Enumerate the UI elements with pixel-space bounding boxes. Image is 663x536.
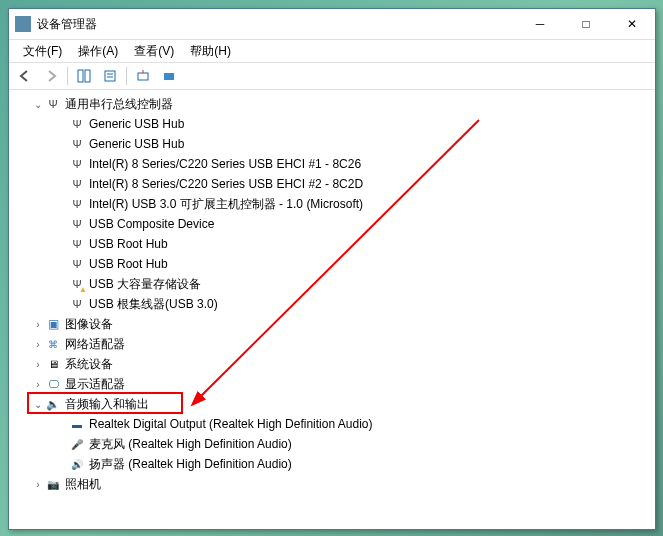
- menu-view[interactable]: 查看(V): [126, 41, 182, 62]
- microphone-icon: [69, 436, 85, 452]
- show-hide-button[interactable]: [72, 64, 96, 88]
- expand-icon[interactable]: ›: [31, 379, 45, 390]
- usb-icon: [69, 256, 85, 272]
- expand-icon[interactable]: ›: [31, 339, 45, 350]
- category-label: 通用串行总线控制器: [65, 96, 173, 113]
- category-label: 音频输入和输出: [65, 396, 149, 413]
- collapse-icon[interactable]: ⌄: [31, 99, 45, 110]
- svg-rect-5: [138, 73, 148, 80]
- device-item[interactable]: Realtek Digital Output (Realtek High Def…: [9, 414, 655, 434]
- speaker-icon: [69, 456, 85, 472]
- category-imaging[interactable]: › 图像设备: [9, 314, 655, 334]
- device-item-warning[interactable]: USB 大容量存储设备: [9, 274, 655, 294]
- separator: [67, 67, 68, 85]
- expand-icon[interactable]: ›: [31, 319, 45, 330]
- system-icon: [45, 356, 61, 372]
- category-system[interactable]: › 系统设备: [9, 354, 655, 374]
- device-manager-window: 设备管理器 ─ □ ✕ 文件(F) 操作(A) 查看(V) 帮助(H): [8, 8, 656, 530]
- close-button[interactable]: ✕: [609, 9, 655, 39]
- usb-icon: [69, 136, 85, 152]
- category-label: 系统设备: [65, 356, 113, 373]
- usb-icon: [69, 176, 85, 192]
- menu-action[interactable]: 操作(A): [70, 41, 126, 62]
- device-item[interactable]: 麦克风 (Realtek High Definition Audio): [9, 434, 655, 454]
- collapse-icon[interactable]: ⌄: [31, 399, 45, 410]
- imaging-icon: [45, 316, 61, 332]
- display-icon: [45, 376, 61, 392]
- app-icon: [15, 16, 31, 32]
- usb-warning-icon: [69, 276, 85, 292]
- titlebar[interactable]: 设备管理器 ─ □ ✕: [9, 9, 655, 40]
- device-item[interactable]: USB Root Hub: [9, 254, 655, 274]
- device-item[interactable]: Intel(R) 8 Series/C220 Series USB EHCI #…: [9, 154, 655, 174]
- device-item[interactable]: Generic USB Hub: [9, 134, 655, 154]
- device-item[interactable]: Intel(R) 8 Series/C220 Series USB EHCI #…: [9, 174, 655, 194]
- usb-icon: [69, 156, 85, 172]
- category-label: 图像设备: [65, 316, 113, 333]
- properties-button[interactable]: [98, 64, 122, 88]
- separator: [126, 67, 127, 85]
- minimize-button[interactable]: ─: [517, 9, 563, 39]
- category-camera[interactable]: › 照相机: [9, 474, 655, 494]
- expand-icon[interactable]: ›: [31, 479, 45, 490]
- svg-rect-0: [78, 70, 83, 82]
- category-label: 显示适配器: [65, 376, 125, 393]
- forward-button[interactable]: [39, 64, 63, 88]
- help-button[interactable]: [157, 64, 181, 88]
- usb-icon: [69, 216, 85, 232]
- device-item[interactable]: Generic USB Hub: [9, 114, 655, 134]
- category-label: 照相机: [65, 476, 101, 493]
- svg-rect-6: [164, 73, 174, 80]
- usb-icon: [69, 116, 85, 132]
- device-item[interactable]: 扬声器 (Realtek High Definition Audio): [9, 454, 655, 474]
- category-network[interactable]: › 网络适配器: [9, 334, 655, 354]
- device-item[interactable]: Intel(R) USB 3.0 可扩展主机控制器 - 1.0 (Microso…: [9, 194, 655, 214]
- digital-output-icon: [69, 416, 85, 432]
- usb-icon: [69, 196, 85, 212]
- category-display[interactable]: › 显示适配器: [9, 374, 655, 394]
- audio-icon: [45, 396, 61, 412]
- svg-rect-1: [85, 70, 90, 82]
- svg-rect-2: [105, 71, 115, 81]
- device-item[interactable]: USB Composite Device: [9, 214, 655, 234]
- maximize-button[interactable]: □: [563, 9, 609, 39]
- window-title: 设备管理器: [37, 16, 517, 33]
- menubar: 文件(F) 操作(A) 查看(V) 帮助(H): [9, 40, 655, 63]
- device-item[interactable]: USB 根集线器(USB 3.0): [9, 294, 655, 314]
- category-label: 网络适配器: [65, 336, 125, 353]
- usb-icon: [69, 296, 85, 312]
- device-item[interactable]: USB Root Hub: [9, 234, 655, 254]
- category-audio[interactable]: ⌄ 音频输入和输出: [9, 394, 655, 414]
- network-icon: [45, 336, 61, 352]
- menu-file[interactable]: 文件(F): [15, 41, 70, 62]
- usb-icon: [45, 96, 61, 112]
- expand-icon[interactable]: ›: [31, 359, 45, 370]
- device-tree[interactable]: ⌄ 通用串行总线控制器 Generic USB Hub Generic USB …: [9, 90, 655, 536]
- scan-button[interactable]: [131, 64, 155, 88]
- camera-icon: [45, 476, 61, 492]
- menu-help[interactable]: 帮助(H): [182, 41, 239, 62]
- toolbar: [9, 63, 655, 90]
- usb-icon: [69, 236, 85, 252]
- category-usb[interactable]: ⌄ 通用串行总线控制器: [9, 94, 655, 114]
- back-button[interactable]: [13, 64, 37, 88]
